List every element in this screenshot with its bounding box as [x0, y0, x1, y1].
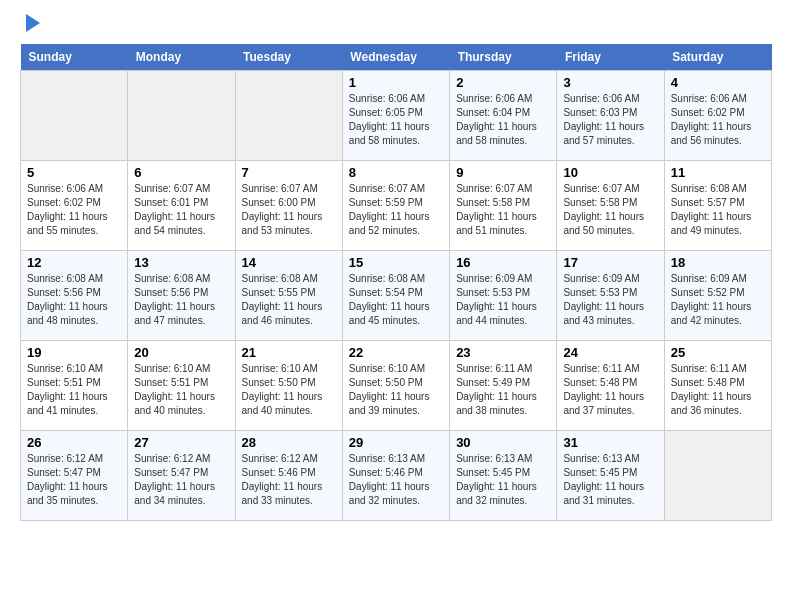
calendar-cell: 10Sunrise: 6:07 AM Sunset: 5:58 PM Dayli…	[557, 161, 664, 251]
day-number: 22	[349, 345, 443, 360]
calendar-header: SundayMondayTuesdayWednesdayThursdayFrid…	[21, 44, 772, 71]
calendar-cell: 11Sunrise: 6:08 AM Sunset: 5:57 PM Dayli…	[664, 161, 771, 251]
day-info: Sunrise: 6:10 AM Sunset: 5:51 PM Dayligh…	[27, 362, 121, 418]
day-number: 21	[242, 345, 336, 360]
calendar-body: 1Sunrise: 6:06 AM Sunset: 6:05 PM Daylig…	[21, 71, 772, 521]
day-info: Sunrise: 6:13 AM Sunset: 5:46 PM Dayligh…	[349, 452, 443, 508]
calendar-cell: 31Sunrise: 6:13 AM Sunset: 5:45 PM Dayli…	[557, 431, 664, 521]
day-number: 7	[242, 165, 336, 180]
calendar-cell: 22Sunrise: 6:10 AM Sunset: 5:50 PM Dayli…	[342, 341, 449, 431]
day-info: Sunrise: 6:11 AM Sunset: 5:48 PM Dayligh…	[563, 362, 657, 418]
calendar-cell: 19Sunrise: 6:10 AM Sunset: 5:51 PM Dayli…	[21, 341, 128, 431]
calendar-cell: 14Sunrise: 6:08 AM Sunset: 5:55 PM Dayli…	[235, 251, 342, 341]
calendar-cell: 12Sunrise: 6:08 AM Sunset: 5:56 PM Dayli…	[21, 251, 128, 341]
day-info: Sunrise: 6:07 AM Sunset: 5:58 PM Dayligh…	[456, 182, 550, 238]
calendar-cell: 4Sunrise: 6:06 AM Sunset: 6:02 PM Daylig…	[664, 71, 771, 161]
calendar-cell: 13Sunrise: 6:08 AM Sunset: 5:56 PM Dayli…	[128, 251, 235, 341]
day-number: 30	[456, 435, 550, 450]
header-day-wednesday: Wednesday	[342, 44, 449, 71]
day-number: 13	[134, 255, 228, 270]
calendar-cell: 29Sunrise: 6:13 AM Sunset: 5:46 PM Dayli…	[342, 431, 449, 521]
day-info: Sunrise: 6:06 AM Sunset: 6:02 PM Dayligh…	[27, 182, 121, 238]
day-info: Sunrise: 6:07 AM Sunset: 6:01 PM Dayligh…	[134, 182, 228, 238]
calendar-cell: 24Sunrise: 6:11 AM Sunset: 5:48 PM Dayli…	[557, 341, 664, 431]
calendar-cell: 27Sunrise: 6:12 AM Sunset: 5:47 PM Dayli…	[128, 431, 235, 521]
calendar-cell	[664, 431, 771, 521]
day-number: 17	[563, 255, 657, 270]
header	[20, 20, 772, 34]
day-info: Sunrise: 6:06 AM Sunset: 6:02 PM Dayligh…	[671, 92, 765, 148]
calendar-cell: 6Sunrise: 6:07 AM Sunset: 6:01 PM Daylig…	[128, 161, 235, 251]
day-number: 11	[671, 165, 765, 180]
day-info: Sunrise: 6:07 AM Sunset: 6:00 PM Dayligh…	[242, 182, 336, 238]
calendar-cell: 1Sunrise: 6:06 AM Sunset: 6:05 PM Daylig…	[342, 71, 449, 161]
day-info: Sunrise: 6:13 AM Sunset: 5:45 PM Dayligh…	[456, 452, 550, 508]
calendar-cell: 8Sunrise: 6:07 AM Sunset: 5:59 PM Daylig…	[342, 161, 449, 251]
day-info: Sunrise: 6:08 AM Sunset: 5:56 PM Dayligh…	[134, 272, 228, 328]
logo-icon	[22, 12, 44, 34]
calendar-cell: 28Sunrise: 6:12 AM Sunset: 5:46 PM Dayli…	[235, 431, 342, 521]
week-row-3: 19Sunrise: 6:10 AM Sunset: 5:51 PM Dayli…	[21, 341, 772, 431]
calendar-cell: 9Sunrise: 6:07 AM Sunset: 5:58 PM Daylig…	[450, 161, 557, 251]
day-number: 20	[134, 345, 228, 360]
day-info: Sunrise: 6:08 AM Sunset: 5:55 PM Dayligh…	[242, 272, 336, 328]
logo	[20, 20, 44, 34]
calendar-cell: 30Sunrise: 6:13 AM Sunset: 5:45 PM Dayli…	[450, 431, 557, 521]
calendar-cell: 26Sunrise: 6:12 AM Sunset: 5:47 PM Dayli…	[21, 431, 128, 521]
day-info: Sunrise: 6:08 AM Sunset: 5:56 PM Dayligh…	[27, 272, 121, 328]
calendar-cell: 17Sunrise: 6:09 AM Sunset: 5:53 PM Dayli…	[557, 251, 664, 341]
day-info: Sunrise: 6:10 AM Sunset: 5:50 PM Dayligh…	[242, 362, 336, 418]
header-row: SundayMondayTuesdayWednesdayThursdayFrid…	[21, 44, 772, 71]
calendar-cell: 21Sunrise: 6:10 AM Sunset: 5:50 PM Dayli…	[235, 341, 342, 431]
calendar-cell: 25Sunrise: 6:11 AM Sunset: 5:48 PM Dayli…	[664, 341, 771, 431]
day-info: Sunrise: 6:11 AM Sunset: 5:49 PM Dayligh…	[456, 362, 550, 418]
day-number: 25	[671, 345, 765, 360]
day-info: Sunrise: 6:06 AM Sunset: 6:03 PM Dayligh…	[563, 92, 657, 148]
day-info: Sunrise: 6:09 AM Sunset: 5:52 PM Dayligh…	[671, 272, 765, 328]
calendar-cell: 5Sunrise: 6:06 AM Sunset: 6:02 PM Daylig…	[21, 161, 128, 251]
day-info: Sunrise: 6:06 AM Sunset: 6:04 PM Dayligh…	[456, 92, 550, 148]
calendar-cell: 3Sunrise: 6:06 AM Sunset: 6:03 PM Daylig…	[557, 71, 664, 161]
calendar-cell: 23Sunrise: 6:11 AM Sunset: 5:49 PM Dayli…	[450, 341, 557, 431]
header-day-saturday: Saturday	[664, 44, 771, 71]
day-number: 27	[134, 435, 228, 450]
day-info: Sunrise: 6:12 AM Sunset: 5:47 PM Dayligh…	[27, 452, 121, 508]
day-number: 23	[456, 345, 550, 360]
day-info: Sunrise: 6:10 AM Sunset: 5:51 PM Dayligh…	[134, 362, 228, 418]
week-row-2: 12Sunrise: 6:08 AM Sunset: 5:56 PM Dayli…	[21, 251, 772, 341]
day-info: Sunrise: 6:07 AM Sunset: 5:59 PM Dayligh…	[349, 182, 443, 238]
day-number: 6	[134, 165, 228, 180]
day-info: Sunrise: 6:08 AM Sunset: 5:54 PM Dayligh…	[349, 272, 443, 328]
calendar-table: SundayMondayTuesdayWednesdayThursdayFrid…	[20, 44, 772, 521]
day-number: 12	[27, 255, 121, 270]
day-number: 24	[563, 345, 657, 360]
svg-marker-0	[26, 14, 40, 32]
day-number: 26	[27, 435, 121, 450]
calendar-cell	[128, 71, 235, 161]
day-info: Sunrise: 6:07 AM Sunset: 5:58 PM Dayligh…	[563, 182, 657, 238]
day-number: 4	[671, 75, 765, 90]
header-day-monday: Monday	[128, 44, 235, 71]
day-number: 29	[349, 435, 443, 450]
calendar-cell: 2Sunrise: 6:06 AM Sunset: 6:04 PM Daylig…	[450, 71, 557, 161]
day-number: 3	[563, 75, 657, 90]
day-number: 15	[349, 255, 443, 270]
day-info: Sunrise: 6:10 AM Sunset: 5:50 PM Dayligh…	[349, 362, 443, 418]
header-day-sunday: Sunday	[21, 44, 128, 71]
day-number: 16	[456, 255, 550, 270]
calendar-cell: 18Sunrise: 6:09 AM Sunset: 5:52 PM Dayli…	[664, 251, 771, 341]
day-info: Sunrise: 6:09 AM Sunset: 5:53 PM Dayligh…	[563, 272, 657, 328]
day-info: Sunrise: 6:06 AM Sunset: 6:05 PM Dayligh…	[349, 92, 443, 148]
day-number: 10	[563, 165, 657, 180]
header-day-friday: Friday	[557, 44, 664, 71]
day-number: 31	[563, 435, 657, 450]
day-number: 5	[27, 165, 121, 180]
calendar-cell: 7Sunrise: 6:07 AM Sunset: 6:00 PM Daylig…	[235, 161, 342, 251]
week-row-0: 1Sunrise: 6:06 AM Sunset: 6:05 PM Daylig…	[21, 71, 772, 161]
day-info: Sunrise: 6:08 AM Sunset: 5:57 PM Dayligh…	[671, 182, 765, 238]
header-day-tuesday: Tuesday	[235, 44, 342, 71]
day-number: 2	[456, 75, 550, 90]
day-number: 1	[349, 75, 443, 90]
day-number: 19	[27, 345, 121, 360]
day-info: Sunrise: 6:12 AM Sunset: 5:47 PM Dayligh…	[134, 452, 228, 508]
